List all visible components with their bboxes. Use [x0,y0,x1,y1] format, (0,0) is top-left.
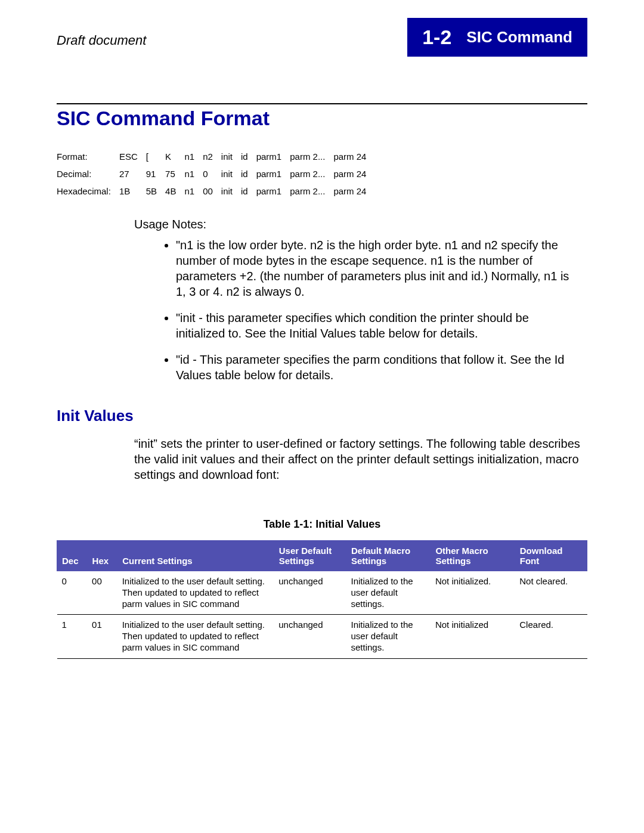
format-cell: n1 [184,182,203,200]
format-cell: parm 24 [333,182,374,200]
usage-note: "init - this parameter specifies which c… [176,310,587,341]
format-row-label: Decimal: [57,165,119,182]
format-row-label: Hexadecimal: [57,182,119,200]
init-table-row: 101Initialized to the user default setti… [57,615,587,658]
usage-note: "id - This parameter specifies the parm … [176,352,587,383]
draft-label: Draft document [57,18,407,48]
format-cell: parm1 [256,148,290,165]
init-table-header: User Default Settings [274,541,346,571]
page: Draft document 1-2 SIC Command SIC Comma… [0,0,644,707]
init-table-cell: 0 [57,571,88,615]
format-row: Decimal:279175n10initidparm1parm 2...par… [57,165,374,182]
format-cell: init [221,148,241,165]
format-cell: n1 [184,165,203,182]
format-cell: parm 24 [333,148,374,165]
subsection-paragraph: “init” sets the printer to user-defined … [134,436,587,482]
init-table-header: Default Macro Settings [346,541,430,571]
init-table-cell: unchanged [274,615,346,658]
format-cell: 91 [146,165,165,182]
format-cell: parm 2... [290,148,333,165]
format-row-label: Format: [57,148,119,165]
init-table-cell: 1 [57,615,88,658]
usage-notes-list: "n1 is the low order byte. n2 is the hig… [176,237,587,383]
format-cell: parm1 [256,165,290,182]
format-table: Format:ESC[Kn1n2initidparm1parm 2...parm… [57,148,374,200]
page-number: 1-2 [407,26,466,49]
table-caption: Table 1-1: Initial Values [57,518,587,531]
section-title: SIC Command Format [57,107,587,130]
init-table-cell: Initialized to the user default setting.… [117,571,274,615]
format-cell: id [241,182,256,200]
subsection-title: Init Values [57,407,587,425]
format-cell: init [221,165,241,182]
page-header: Draft document 1-2 SIC Command [57,0,587,57]
init-table-cell: Initialized to the user default settings… [346,615,430,658]
init-table-header: Current Settings [117,541,274,571]
init-table-cell: unchanged [274,571,346,615]
format-cell: K [165,148,184,165]
format-cell: 5B [146,182,165,200]
format-cell: 0 [203,165,221,182]
format-cell: id [241,148,256,165]
init-table-cell: 00 [87,571,117,615]
init-table-header: Hex [87,541,117,571]
format-row: Hexadecimal:1B5B4Bn100initidparm1parm 2.… [57,182,374,200]
init-table-cell: Initialized to the user default settings… [346,571,430,615]
format-cell: parm 2... [290,182,333,200]
init-table-cell: Not initialized [431,615,515,658]
page-badge: 1-2 SIC Command [407,18,587,57]
page-badge-title: SIC Command [466,28,587,47]
init-table-cell: Not cleared. [515,571,587,615]
section-rule [57,103,587,104]
format-cell: 00 [203,182,221,200]
format-cell: parm 2... [290,165,333,182]
init-table-header: Download Font [515,541,587,571]
format-cell: id [241,165,256,182]
format-cell: parm1 [256,182,290,200]
format-row: Format:ESC[Kn1n2initidparm1parm 2...parm… [57,148,374,165]
format-cell: 75 [165,165,184,182]
format-cell: 4B [165,182,184,200]
format-cell: n1 [184,148,203,165]
init-table-header: Other Macro Settings [431,541,515,571]
usage-notes-label: Usage Notes: [134,218,587,231]
format-cell: init [221,182,241,200]
init-table-cell: Cleared. [515,615,587,658]
init-table-cell: 01 [87,615,117,658]
init-table-header: Dec [57,541,88,571]
init-table-cell: Initialized to the user default setting.… [117,615,274,658]
format-cell: 27 [119,165,146,182]
format-cell: n2 [203,148,221,165]
format-cell: parm 24 [333,165,374,182]
usage-note: "n1 is the low order byte. n2 is the hig… [176,237,587,299]
format-cell: [ [146,148,165,165]
init-table-row: 000Initialized to the user default setti… [57,571,587,615]
format-cell: 1B [119,182,146,200]
init-values-table: DecHexCurrent SettingsUser Default Setti… [57,540,587,659]
format-cell: ESC [119,148,146,165]
init-table-cell: Not initialized. [431,571,515,615]
